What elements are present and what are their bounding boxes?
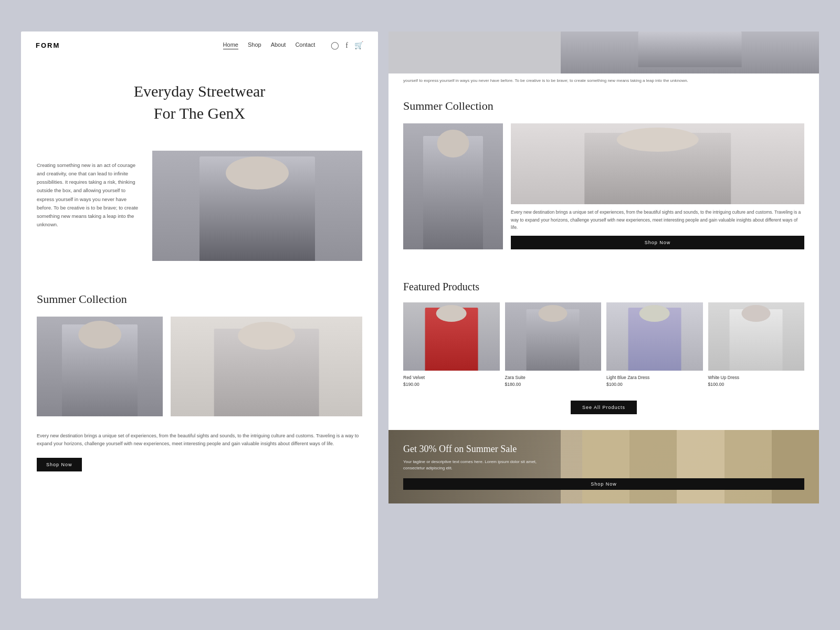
cart-icon[interactable]: 🛒: [354, 41, 363, 50]
hero-section: Everyday Streetwear For The GenX: [21, 59, 378, 135]
hero-fashion-image: [152, 151, 362, 261]
nav-contact[interactable]: Contact: [295, 41, 315, 49]
featured-products-section: Featured Products Red Velvet $190.00: [388, 270, 819, 430]
product-image-2: [606, 302, 703, 371]
product-price-3: $100.00: [708, 382, 805, 387]
product-name-1: Zara Suite: [505, 375, 602, 380]
hero-image: [152, 151, 362, 261]
left-collection-image-2: [171, 317, 362, 416]
navigation: FORM Home Shop About Contact ◯ f 🛒: [21, 32, 378, 59]
left-shop-now-button[interactable]: Shop Now: [37, 458, 82, 471]
product-name-2: Light Blue Zara Dress: [606, 375, 703, 380]
product-card-0: Red Velvet $190.00: [403, 302, 500, 387]
right-summer-title: Summer Collection: [403, 99, 804, 113]
right-collection-image-2: [511, 123, 804, 205]
instagram-icon[interactable]: ◯: [331, 41, 339, 50]
product-name-3: White Up Dress: [708, 375, 805, 380]
product-price-1: $180.00: [505, 382, 602, 387]
product-image-0: [403, 302, 500, 371]
right-shop-now-button[interactable]: Shop Now: [511, 236, 804, 249]
sale-description: Your tagline or descriptive text comes h…: [403, 459, 540, 472]
facebook-icon[interactable]: f: [345, 41, 348, 50]
sale-title: Get 30% Off on Summer Sale: [403, 444, 804, 455]
product-card-1: Zara Suite $180.00: [505, 302, 602, 387]
product-price-2: $100.00: [606, 382, 703, 387]
product-image-3: [708, 302, 805, 371]
featured-products-title: Featured Products: [403, 270, 804, 293]
sale-clothes-image: [582, 430, 819, 503]
right-collection-desc: Every new destination brings a unique se…: [511, 208, 804, 231]
left-panel: FORM Home Shop About Contact ◯ f 🛒 Every…: [21, 32, 378, 598]
product-image-1: [505, 302, 602, 371]
left-collection-image-1: [37, 317, 163, 416]
left-collection-grid: [21, 317, 378, 427]
left-collection-desc: Every new destination brings a unique se…: [21, 427, 378, 454]
nav-home[interactable]: Home: [223, 41, 238, 49]
sale-shop-now-button[interactable]: Shop Now: [403, 478, 804, 490]
see-all-wrapper: See All Products: [403, 395, 804, 419]
nav-about[interactable]: About: [271, 41, 286, 49]
products-grid: Red Velvet $190.00 Zara Suite $180.00: [403, 302, 804, 387]
hero-body-text: Creating something new is an act of cour…: [37, 151, 142, 229]
nav-icon-group: ◯ f 🛒: [331, 41, 363, 50]
brand-logo: FORM: [36, 41, 60, 49]
right-collection-text-area: Every new destination brings a unique se…: [511, 123, 804, 249]
right-summer-card: Summer Collection Every new de: [388, 85, 819, 270]
product-card-3: White Up Dress $100.00: [708, 302, 805, 387]
right-top-text: yourself to express yourself in ways you…: [388, 74, 819, 85]
hero-content: Creating something new is an act of cour…: [21, 135, 378, 277]
nav-shop[interactable]: Shop: [248, 41, 261, 49]
product-name-0: Red Velvet: [403, 375, 500, 380]
right-top-image: [388, 32, 819, 74]
right-panel: yourself to express yourself in ways you…: [388, 32, 819, 598]
nav-links: Home Shop About Contact: [223, 41, 316, 49]
right-collection-image-1: [403, 123, 503, 249]
see-all-products-button[interactable]: See All Products: [571, 401, 637, 414]
product-card-2: Light Blue Zara Dress $100.00: [606, 302, 703, 387]
product-price-0: $190.00: [403, 382, 500, 387]
hero-title: Everyday Streetwear For The GenX: [32, 80, 368, 124]
right-collection-grid: Every new destination brings a unique se…: [403, 123, 804, 249]
left-summer-collection-title: Summer Collection: [21, 277, 378, 317]
sale-banner: Get 30% Off on Summer Sale Your tagline …: [388, 430, 819, 503]
